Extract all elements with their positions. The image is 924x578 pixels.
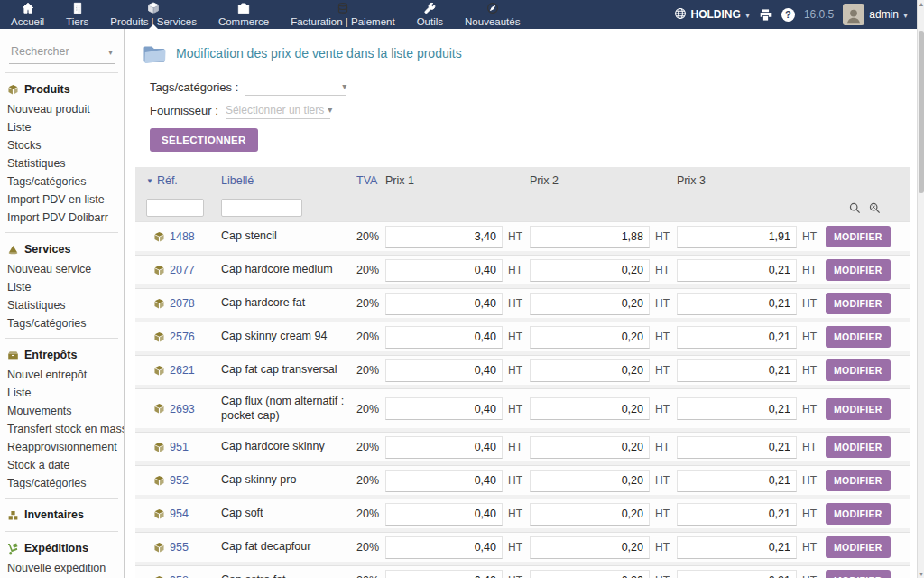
help-icon[interactable]: ? bbox=[781, 8, 795, 22]
modifier-button[interactable]: MODIFIER bbox=[826, 398, 891, 420]
prix3-input[interactable] bbox=[677, 397, 797, 420]
sidebar-item[interactable]: Liste bbox=[0, 281, 124, 294]
ref-value[interactable]: 954 bbox=[170, 508, 189, 520]
sidebar-item[interactable]: Nouveau produit bbox=[0, 103, 124, 116]
sidebar-item[interactable]: Nouvelle expédition bbox=[0, 562, 124, 574]
column-header-ref[interactable]: ▼ Réf. bbox=[135, 174, 221, 187]
product-ref-link[interactable]: 1488 bbox=[135, 230, 221, 243]
sidebar-item[interactable]: Statistiques bbox=[0, 157, 124, 170]
nav-item-produits-services[interactable]: Produits | Services bbox=[99, 0, 208, 29]
product-ref-link[interactable]: 951 bbox=[135, 441, 221, 453]
prix3-input[interactable] bbox=[677, 503, 797, 526]
ref-value[interactable]: 955 bbox=[170, 541, 189, 554]
modifier-button[interactable]: MODIFIER bbox=[826, 293, 891, 314]
modifier-button[interactable]: MODIFIER bbox=[826, 436, 891, 458]
prix3-input[interactable] bbox=[677, 536, 797, 559]
sidebar-item[interactable]: Nouvel entrepôt bbox=[0, 368, 124, 381]
prix3-input[interactable] bbox=[677, 470, 797, 492]
prix1-input[interactable] bbox=[385, 359, 503, 382]
ref-value[interactable]: 1488 bbox=[170, 230, 195, 243]
ref-value[interactable]: 2576 bbox=[170, 331, 195, 343]
scroll-up-arrow[interactable]: ▲ bbox=[918, 1, 924, 7]
sidebar-item[interactable]: Tags/catégories bbox=[0, 477, 124, 489]
prix2-input[interactable] bbox=[530, 326, 650, 349]
sidebar-section-4[interactable]: Inventaires bbox=[0, 507, 124, 523]
prix1-input[interactable] bbox=[385, 570, 503, 578]
sidebar-item[interactable]: Stocks bbox=[0, 139, 124, 152]
product-ref-link[interactable]: 955 bbox=[135, 541, 221, 554]
sidebar-section-2[interactable]: Services bbox=[0, 241, 124, 257]
sidebar-item[interactable]: Nouveau service bbox=[0, 263, 124, 275]
prix1-input[interactable] bbox=[385, 503, 503, 526]
prix2-input[interactable] bbox=[530, 470, 650, 492]
prix3-input[interactable] bbox=[677, 293, 797, 315]
sidebar-item[interactable]: Tags/catégories bbox=[0, 317, 124, 330]
product-ref-link[interactable]: 2077 bbox=[135, 264, 221, 276]
nav-item-tiers[interactable]: Tiers bbox=[55, 0, 99, 29]
sidebar-item[interactable]: Liste bbox=[0, 121, 124, 134]
prix2-input[interactable] bbox=[530, 397, 650, 420]
prix2-input[interactable] bbox=[530, 436, 650, 459]
modifier-button[interactable]: MODIFIER bbox=[826, 503, 891, 525]
print-icon[interactable] bbox=[759, 8, 772, 22]
vertical-scrollbar[interactable]: ▲ ▼ bbox=[917, 0, 924, 578]
prix1-input[interactable] bbox=[385, 536, 503, 559]
prix3-input[interactable] bbox=[677, 570, 797, 578]
libelle-filter-input[interactable] bbox=[221, 199, 302, 217]
ref-value[interactable]: 958 bbox=[170, 574, 189, 578]
modifier-button[interactable]: MODIFIER bbox=[826, 259, 891, 281]
product-ref-link[interactable]: 952 bbox=[135, 474, 221, 487]
prix2-input[interactable] bbox=[530, 259, 650, 282]
user-menu[interactable]: admin ▾ bbox=[843, 4, 908, 25]
column-header-libelle[interactable]: Libellé bbox=[221, 174, 356, 187]
prix2-input[interactable] bbox=[530, 570, 650, 578]
ref-value[interactable]: 2078 bbox=[170, 297, 195, 310]
sidebar-item[interactable]: Import PDV Dolibarr bbox=[0, 211, 124, 224]
prix1-input[interactable] bbox=[385, 293, 503, 315]
sidebar-item[interactable]: Liste bbox=[0, 387, 124, 399]
search-icon[interactable] bbox=[849, 202, 861, 214]
prix1-input[interactable] bbox=[385, 436, 503, 459]
prix2-input[interactable] bbox=[530, 536, 650, 559]
sidebar-item[interactable]: Mouvements bbox=[0, 405, 124, 417]
product-ref-link[interactable]: 2576 bbox=[135, 331, 221, 343]
prix1-input[interactable] bbox=[385, 226, 503, 248]
product-ref-link[interactable]: 954 bbox=[135, 508, 221, 520]
prix2-input[interactable] bbox=[530, 293, 650, 315]
prix3-input[interactable] bbox=[677, 226, 797, 248]
prix1-input[interactable] bbox=[385, 470, 503, 492]
prix2-input[interactable] bbox=[530, 226, 650, 248]
modifier-button[interactable]: MODIFIER bbox=[826, 470, 891, 491]
prix3-input[interactable] bbox=[677, 359, 797, 382]
tags-select[interactable]: ▾ bbox=[245, 78, 346, 96]
prix3-input[interactable] bbox=[677, 326, 797, 349]
prix3-input[interactable] bbox=[677, 259, 797, 282]
fournisseur-select[interactable]: Sélectionner un tiers ▾ bbox=[226, 101, 330, 119]
prix1-input[interactable] bbox=[385, 326, 503, 349]
nav-item-outils[interactable]: Outils bbox=[406, 0, 454, 29]
prix2-input[interactable] bbox=[530, 359, 650, 382]
ref-filter-input[interactable] bbox=[146, 199, 204, 217]
product-ref-link[interactable]: 2693 bbox=[135, 403, 221, 415]
ref-value[interactable]: 2077 bbox=[170, 264, 195, 276]
product-ref-link[interactable]: 958 bbox=[135, 574, 221, 578]
scroll-down-arrow[interactable]: ▼ bbox=[918, 571, 924, 577]
prix2-input[interactable] bbox=[530, 503, 650, 526]
sidebar-search-select[interactable]: Rechercher ▾ bbox=[9, 43, 115, 64]
ref-value[interactable]: 2693 bbox=[170, 403, 195, 415]
prix1-input[interactable] bbox=[385, 397, 503, 420]
sidebar-item[interactable]: Tags/catégories bbox=[0, 175, 124, 188]
modifier-button[interactable]: MODIFIER bbox=[826, 536, 891, 558]
entity-selector[interactable]: HOLDING ▾ bbox=[674, 7, 750, 23]
nav-item-nouveautes[interactable]: Nouveautés bbox=[454, 0, 531, 29]
ref-value[interactable]: 951 bbox=[170, 441, 189, 453]
modifier-button[interactable]: MODIFIER bbox=[826, 570, 891, 578]
selectionner-button[interactable]: SÉLECTIONNER bbox=[150, 128, 258, 152]
ref-value[interactable]: 952 bbox=[170, 474, 189, 487]
sidebar-item[interactable]: Statistiques bbox=[0, 299, 124, 312]
nav-item-commerce[interactable]: Commerce bbox=[208, 0, 280, 29]
modifier-button[interactable]: MODIFIER bbox=[826, 359, 891, 381]
nav-item-accueil[interactable]: Accueil bbox=[0, 0, 55, 29]
sidebar-section-1[interactable]: Produits bbox=[0, 81, 124, 98]
sidebar-item[interactable]: Stock à date bbox=[0, 459, 124, 471]
